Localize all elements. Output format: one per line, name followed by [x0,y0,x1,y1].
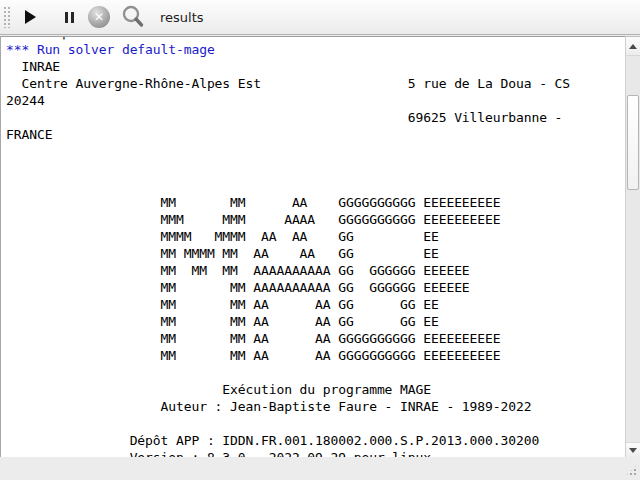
arrow-down-icon [629,448,637,453]
console-line [6,364,625,381]
console-line: MM MM AA AA GGGGGGGGGG EEEEEEEEEE [6,347,625,364]
console-line [6,143,625,160]
console-line: 69625 Villeurbanne - [6,109,625,126]
scrollbar-thumb[interactable] [627,95,639,190]
bottom-strip [0,457,640,480]
run-solver-button[interactable] [10,10,36,24]
console-line: MM MMMM MM AA AA GG EE [6,245,625,262]
console-line: Version : 8.3.0 - 2022-09-29 pour linux [6,449,625,457]
console-line [6,160,625,177]
console-line: MMM MMM AAAA GGGGGGGGGG EEEEEEEEEE [6,211,625,228]
stop-button[interactable]: ✕ [74,6,110,28]
console-line: INRAE [6,58,625,75]
console-line: MM MM AAAAAAAAAA GG GGGGGG EEEEEE [6,279,625,296]
scroll-down-button[interactable] [626,442,640,457]
resize-grip-icon[interactable] [625,464,638,477]
stop-icon: ✕ [88,6,110,28]
solver-output-window: ✕ results |*** Run solver default-mage I… [0,0,640,480]
play-icon [25,10,36,24]
console-line: Dépôt APP : IDDN.FR.001.180002.000.S.P.2… [6,432,625,449]
arrow-up-icon [629,44,637,49]
console-line: MM MM MM AAAAAAAAAA GG GGGGGG EEEEEE [6,262,625,279]
console-line: MM MM AA AA GG GG EE [6,296,625,313]
console-line: MM MM AA AA GGGGGGGGGG EEEEEEEEEE [6,330,625,347]
toolbar: ✕ results [0,0,640,35]
console-line: MM MM AA AA GG GG EE [6,313,625,330]
console-line: *** Run solver default-mage [6,41,625,58]
console-line: Auteur : Jean-Baptiste Faure - INRAE - 1… [6,398,625,415]
console-line [6,177,625,194]
console-line: Centre Auvergne-Rhône-Alpes Est 5 rue de… [6,75,625,92]
pause-icon [65,12,74,23]
console-line: FRANCE [6,126,625,143]
console-line: MMMM MMMM AA AA GG EE [6,228,625,245]
console-line: MM MM AA GGGGGGGGGG EEEEEEEEEE [6,194,625,211]
console-line: 20244 [6,92,625,109]
search-button[interactable] [120,4,146,30]
console-output[interactable]: |*** Run solver default-mage INRAE Centr… [0,36,625,457]
scroll-up-button[interactable] [626,37,640,56]
console-line: Exécution du programme MAGE [6,381,625,398]
console-line [6,415,625,432]
vertical-scrollbar[interactable] [625,36,640,457]
content-area: |*** Run solver default-mage INRAE Centr… [0,36,640,457]
pause-button[interactable] [36,12,74,23]
tab-results[interactable]: results [160,10,204,25]
search-icon [120,4,146,30]
toolbar-drag-handle-icon[interactable] [3,6,10,28]
